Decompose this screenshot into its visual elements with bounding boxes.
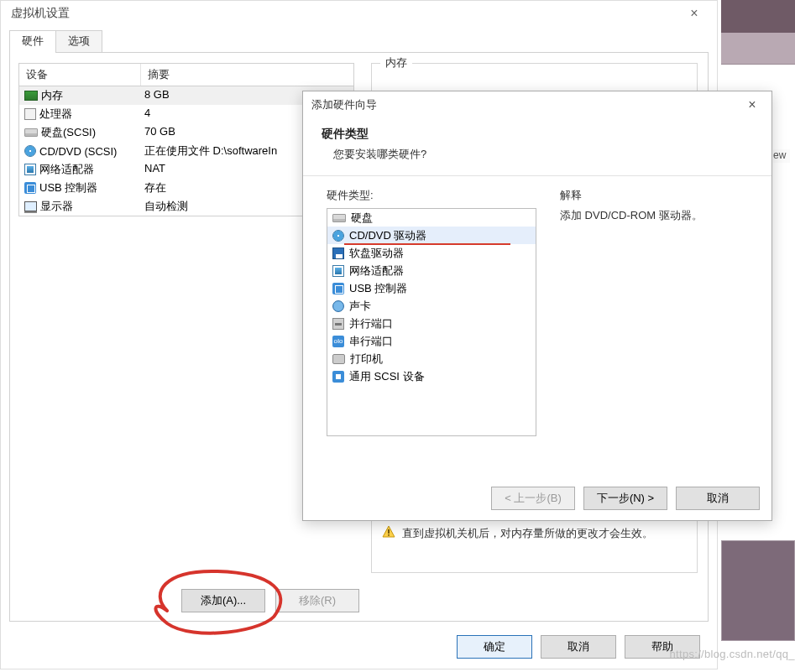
list-item[interactable]: 并行端口 bbox=[327, 315, 536, 332]
wizard-subheading: 您要安装哪类硬件? bbox=[333, 147, 753, 162]
mem-icon bbox=[24, 91, 38, 101]
dialog-titlebar[interactable]: 虚拟机设置 × bbox=[1, 1, 717, 26]
device-name: 显示器 bbox=[40, 199, 73, 214]
list-item[interactable]: 硬盘 bbox=[327, 209, 536, 227]
tab-options[interactable]: 选项 bbox=[55, 30, 102, 52]
disp-icon bbox=[24, 201, 37, 211]
watermark: https://blog.csdn.net/qq_25406563 bbox=[670, 648, 795, 660]
add-remove-row: 添加(A)... 移除(R) bbox=[181, 589, 359, 612]
list-item-label: 并行端口 bbox=[349, 316, 393, 331]
list-item[interactable]: 网络适配器 bbox=[327, 262, 536, 279]
close-icon[interactable]: × bbox=[741, 97, 763, 112]
memory-legend: 内存 bbox=[380, 55, 412, 70]
floppy-icon bbox=[332, 247, 344, 259]
dialog-title: 虚拟机设置 bbox=[11, 6, 70, 21]
device-name: 内存 bbox=[41, 88, 63, 103]
bg-thumbnail bbox=[721, 540, 795, 641]
dialog-buttons: 确定 取消 帮助 bbox=[457, 635, 700, 659]
remove-button: 移除(R) bbox=[275, 589, 359, 612]
bg-mid-bar bbox=[721, 33, 795, 65]
svg-rect-0 bbox=[388, 529, 390, 534]
audio-icon bbox=[332, 300, 344, 312]
memory-warning-text: 直到虚拟机关机后，对内存量所做的更改才会生效。 bbox=[402, 525, 653, 542]
col-device[interactable]: 设备 bbox=[19, 64, 141, 86]
device-name: USB 控制器 bbox=[39, 180, 97, 195]
serial-icon: oIo bbox=[332, 336, 344, 347]
device-name: CD/DVD (SCSI) bbox=[39, 145, 117, 158]
list-item-label: 软盘驱动器 bbox=[349, 246, 404, 261]
usb-icon bbox=[332, 283, 344, 294]
wizard-banner: 硬件类型 您要安装哪类硬件? bbox=[303, 118, 771, 176]
svg-rect-1 bbox=[388, 534, 390, 536]
net-icon bbox=[332, 265, 344, 277]
device-name: 网络适配器 bbox=[39, 162, 94, 177]
list-item-label: 打印机 bbox=[350, 352, 383, 367]
device-name: 硬盘(SCSI) bbox=[41, 125, 96, 140]
close-icon[interactable]: × bbox=[682, 6, 707, 21]
list-item[interactable]: oIo串行端口 bbox=[327, 332, 536, 350]
list-item-label: USB 控制器 bbox=[349, 281, 407, 296]
para-icon bbox=[332, 318, 344, 330]
tab-hardware[interactable]: 硬件 bbox=[9, 30, 56, 52]
tab-bar: 硬件 选项 bbox=[9, 31, 709, 53]
wizard-title: 添加硬件向导 bbox=[311, 97, 377, 112]
list-item-label: 声卡 bbox=[349, 299, 371, 314]
cancel-button[interactable]: 取消 bbox=[541, 635, 616, 659]
back-button: < 上一步(B) bbox=[491, 487, 575, 510]
add-button[interactable]: 添加(A)... bbox=[181, 589, 265, 612]
hdd-icon bbox=[332, 214, 346, 222]
wizard-titlebar[interactable]: 添加硬件向导 × bbox=[303, 91, 771, 118]
list-item[interactable]: 打印机 bbox=[327, 350, 536, 367]
list-item[interactable]: 声卡 bbox=[327, 297, 536, 315]
list-item-label: CD/DVD 驱动器 bbox=[349, 228, 426, 243]
explain-label: 解释 bbox=[560, 188, 748, 203]
ok-button[interactable]: 确定 bbox=[457, 635, 532, 659]
list-item[interactable]: 软盘驱动器 bbox=[327, 244, 536, 262]
list-item-label: 通用 SCSI 设备 bbox=[349, 369, 425, 384]
warning-icon bbox=[382, 525, 395, 539]
list-item[interactable]: USB 控制器 bbox=[327, 279, 536, 297]
list-item-label: 硬盘 bbox=[351, 211, 373, 226]
cancel-button[interactable]: 取消 bbox=[676, 487, 760, 510]
print-icon bbox=[332, 354, 345, 364]
cpu-icon bbox=[24, 108, 36, 120]
list-item[interactable]: CD/DVD 驱动器 bbox=[327, 227, 536, 244]
memory-warning: 直到虚拟机关机后，对内存量所做的更改才会生效。 bbox=[382, 525, 687, 542]
list-item-label: 串行端口 bbox=[349, 334, 393, 349]
wizard-buttons: < 上一步(B) 下一步(N) > 取消 bbox=[491, 487, 760, 510]
usb-icon bbox=[24, 182, 36, 194]
cd-icon bbox=[332, 230, 344, 242]
scsi-icon bbox=[332, 371, 344, 383]
bg-label-ew: ew bbox=[773, 149, 790, 163]
net-icon bbox=[24, 164, 36, 175]
cd-icon bbox=[24, 145, 36, 157]
wizard-heading: 硬件类型 bbox=[322, 127, 753, 142]
hardware-type-label: 硬件类型: bbox=[327, 188, 536, 203]
hardware-type-list[interactable]: 硬盘CD/DVD 驱动器软盘驱动器网络适配器USB 控制器声卡并行端口oIo串行… bbox=[327, 208, 536, 436]
table-header: 设备 摘要 bbox=[18, 63, 354, 86]
bg-top-bar bbox=[721, 0, 795, 33]
list-item[interactable]: 通用 SCSI 设备 bbox=[327, 367, 536, 385]
explain-text: 添加 DVD/CD-ROM 驱动器。 bbox=[560, 208, 748, 223]
next-button[interactable]: 下一步(N) > bbox=[583, 487, 667, 510]
col-summary[interactable]: 摘要 bbox=[141, 64, 353, 86]
device-name: 处理器 bbox=[39, 107, 72, 122]
add-hardware-wizard: 添加硬件向导 × 硬件类型 您要安装哪类硬件? 硬件类型: 硬盘CD/DVD 驱… bbox=[302, 91, 772, 521]
list-item-label: 网络适配器 bbox=[349, 263, 404, 279]
hdd-icon bbox=[24, 128, 38, 137]
